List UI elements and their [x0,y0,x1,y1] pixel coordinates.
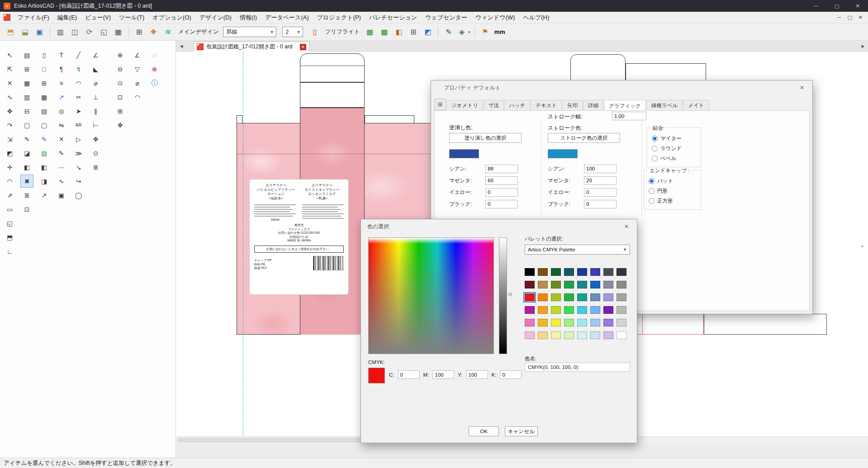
dock-handle-icon[interactable]: ⊞ [434,99,446,110]
note-tool[interactable]: ▢ [21,119,33,131]
freehand-tool[interactable]: ∿ [4,91,16,103]
arrow-blue-tool[interactable]: ↗ [55,91,67,103]
bucket-tool[interactable]: ◧ [21,161,33,173]
endcap-option[interactable]: 正方形 [644,196,701,206]
import-icon[interactable]: ⬓ [19,26,31,38]
compare-layers-icon[interactable]: ◧ [393,26,405,38]
overlay-hatch-icon[interactable]: ▦ [364,26,376,38]
report-icon[interactable]: ▥ [54,26,66,38]
palette-select[interactable]: Artios CMYK Palette ▼ [525,245,630,255]
tab-6[interactable]: 詳細 [583,100,603,110]
rectangle-tool[interactable]: ▭ [4,203,16,215]
menu-item[interactable]: ウェブセンター [421,12,471,23]
select-tool[interactable]: ↖ [4,49,16,61]
fill-cmyk-input[interactable] [485,188,518,197]
rotate-tool[interactable]: ↷ [4,119,16,131]
tab-close-icon[interactable]: ✕ [300,44,306,50]
circle-tool[interactable]: ◯ [72,189,85,201]
palette-swatch[interactable] [617,306,626,314]
brightness-slider[interactable] [499,237,507,354]
line-type-select[interactable]: 罫線 ▼ [223,27,276,37]
tab-3[interactable]: ハッチ [504,100,530,110]
palette-swatch[interactable] [617,319,626,326]
palette-swatch[interactable] [577,268,587,276]
node-edit-tool[interactable]: ⇱ [4,63,16,75]
diagonal-view-icon[interactable]: ◩ [422,26,434,38]
palette-swatch[interactable] [538,268,548,276]
palette-swatch[interactable] [617,331,626,339]
stroke-cmyk-input[interactable] [584,200,617,208]
pencil-blue-tool[interactable]: ✎ [38,133,50,145]
diameter-tool[interactable]: ⌀ [90,77,102,89]
spreadsheet-icon[interactable]: ⊞ [133,26,145,38]
arc-measure-tool[interactable]: ◠ [131,91,143,103]
palette-swatch[interactable] [564,268,574,276]
menu-item[interactable]: ビュー(V) [81,12,115,23]
table-icon[interactable]: ▦ [112,26,124,38]
menu-item[interactable]: ヘルプ(H) [519,12,553,23]
dialog-close-icon[interactable]: ✕ [797,83,807,92]
panel-tool[interactable]: ⬒ [4,231,16,243]
perpendicular-tool[interactable]: ⊥ [90,91,102,103]
tab-8[interactable]: 線種ラベル [646,100,683,110]
corner-tool[interactable]: ∟ [4,245,16,257]
triangle-down-tool[interactable]: ▽ [131,63,143,75]
palette-swatch[interactable] [551,331,561,339]
palette-swatch[interactable] [590,331,600,339]
menu-item[interactable]: ウィンドウ(W) [471,12,519,23]
ok-button[interactable]: OK [469,426,499,436]
arrow-ne-tool[interactable]: ↗ [38,189,50,201]
pencil2-tool[interactable]: ✎ [55,147,67,159]
move-tool[interactable]: ✥ [4,105,16,117]
cmyk-field-input[interactable] [432,370,454,379]
dashed-circle-tool[interactable]: ◌ [148,49,161,61]
sine-tool[interactable]: ∿ [55,175,67,187]
zoom-out-tool[interactable]: ⊖ [114,63,126,75]
chevrons-tool[interactable]: ≫ [72,147,85,159]
monitor-tool[interactable]: ▥ [21,91,33,103]
zoom-in-tool[interactable]: ⊕ [114,49,126,61]
angle-tool[interactable]: ∠ [90,49,102,61]
align-tool[interactable]: ≡ [55,77,67,89]
palette-swatch[interactable] [590,319,600,326]
tab-1[interactable]: ジオメトリ [446,100,483,110]
child-minimize-button[interactable]: ─ [838,14,841,20]
design-icon[interactable]: ❖ [147,26,160,38]
right-panel-toggle-icon[interactable]: ▸ [862,244,864,248]
stroke-color-swatch[interactable] [548,149,578,158]
tab-7[interactable]: グラフィック [604,100,646,111]
measure-tool[interactable]: ⊢ [90,119,102,131]
stroke-cmyk-input[interactable] [584,165,617,173]
scissors-tool[interactable]: ✂ [72,91,85,103]
lightning-tool[interactable]: ↯ [72,63,85,75]
ruler-tool[interactable]: ≣ [21,189,33,201]
join-option[interactable]: ベベル [647,153,701,163]
main-design-icon[interactable]: ≋ [162,26,174,38]
color-gradient-field[interactable] [368,237,494,354]
menu-item[interactable]: ファイル(F) [14,12,53,23]
palette-swatch[interactable] [577,293,587,301]
palette-swatch[interactable] [525,293,535,301]
triangle-ruler-tool[interactable]: ◣ [90,63,102,75]
arc2-tool[interactable]: ◠ [72,77,85,89]
palette-swatch[interactable] [590,281,600,288]
palette-swatch[interactable] [603,306,613,314]
cmyk-field-input[interactable] [500,370,522,379]
dimension-tool[interactable]: ⌀ [131,77,143,89]
layer-list-tool[interactable]: ≣ [90,161,102,173]
parallel-tool[interactable]: ∥ [90,105,102,117]
stroke-cmyk-input[interactable] [584,188,617,197]
save-icon[interactable]: ▣ [33,26,46,38]
palette-swatch[interactable] [603,281,613,288]
palette-swatch[interactable] [564,293,574,301]
fill-cmyk-input[interactable] [485,200,518,208]
menu-item[interactable]: パレチセーション [365,12,421,23]
palette-swatch[interactable] [525,306,535,314]
open-folder-icon[interactable]: ⬒ [5,26,17,38]
paragraph-tool[interactable]: ¶ [55,63,67,75]
snap-tool[interactable]: ⊙ [90,147,102,159]
arrow-se-tool[interactable]: ↘ [72,161,85,173]
close-button[interactable]: ✕ [847,0,868,12]
palette-swatch[interactable] [525,281,535,288]
pan-hand-tool[interactable]: ✥ [90,133,102,145]
